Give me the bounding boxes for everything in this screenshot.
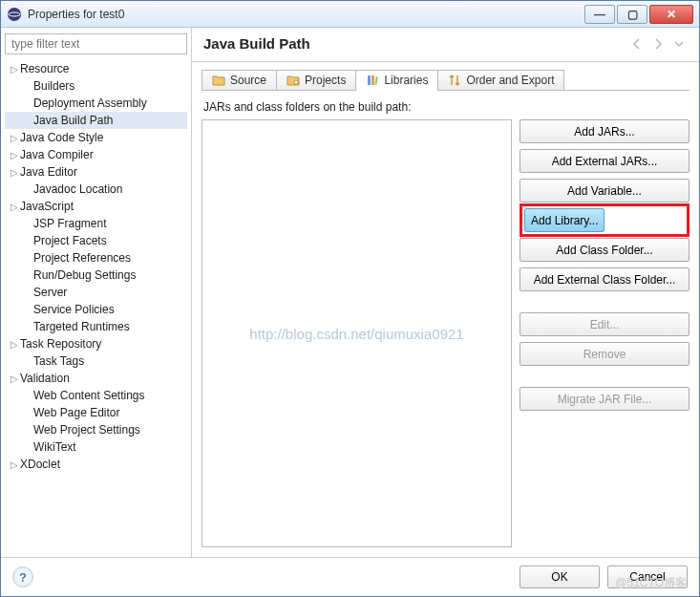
- minimize-button[interactable]: —: [584, 5, 615, 24]
- tree-item[interactable]: ▷Java Code Style: [5, 129, 187, 146]
- page-title: Java Build Path: [203, 35, 625, 52]
- window-buttons: — ▢ ✕: [583, 5, 693, 24]
- tree-item[interactable]: ▷Resource: [5, 60, 187, 77]
- tab-label: Projects: [305, 74, 346, 87]
- properties-dialog: Properties for test0 — ▢ ✕ ▷ResourceBuil…: [0, 0, 700, 597]
- expand-icon[interactable]: ▷: [9, 459, 20, 470]
- tab-label: Order and Export: [466, 74, 554, 87]
- tree-item-label: WikiText: [33, 440, 76, 454]
- tree-item-label: Run/Debug Settings: [33, 268, 136, 282]
- tree-item-label: JSP Fragment: [33, 217, 106, 230]
- tree-item[interactable]: Project Facets: [5, 232, 187, 249]
- tree-item-label: Web Page Editor: [33, 406, 120, 419]
- tree-item-label: Task Tags: [33, 354, 84, 368]
- ok-button[interactable]: OK: [520, 565, 600, 588]
- expand-icon[interactable]: ▷: [9, 202, 20, 212]
- forward-icon[interactable]: [649, 36, 667, 52]
- panel-label: JARs and class folders on the build path…: [203, 100, 689, 114]
- tree-item-label: Validation: [20, 372, 70, 385]
- add-variable-button[interactable]: Add Variable...: [520, 179, 689, 203]
- tab-libraries[interactable]: Libraries: [355, 70, 438, 90]
- tree-item-label: Java Code Style: [20, 131, 103, 144]
- edit-button[interactable]: Edit...: [520, 312, 689, 336]
- expand-icon[interactable]: ▷: [9, 167, 20, 178]
- tree-item[interactable]: ▷Validation: [5, 370, 187, 387]
- corner-watermark: @51CTO博客: [615, 575, 687, 591]
- expand-icon[interactable]: ▷: [9, 64, 20, 75]
- tree-item-label: Web Content Settings: [33, 389, 145, 402]
- side-button-bar: Add JARs... Add External JARs... Add Var…: [520, 119, 689, 547]
- tab-label: Libraries: [384, 74, 428, 87]
- tree-item[interactable]: ▷XDoclet: [5, 456, 187, 473]
- svg-rect-4: [371, 75, 374, 85]
- close-button[interactable]: ✕: [649, 5, 693, 24]
- migrate-jar-button[interactable]: Migrate JAR File...: [520, 387, 689, 411]
- expand-icon[interactable]: ▷: [9, 339, 20, 350]
- add-external-class-folder-button[interactable]: Add External Class Folder...: [520, 267, 689, 291]
- add-class-folder-button[interactable]: Add Class Folder...: [520, 238, 689, 262]
- tree-item[interactable]: Project References: [5, 249, 187, 267]
- svg-rect-3: [368, 75, 371, 85]
- tree-item[interactable]: Web Project Settings: [5, 421, 187, 438]
- libraries-icon: [366, 74, 379, 87]
- tree-item-label: Java Compiler: [20, 148, 94, 161]
- tree-item[interactable]: WikiText: [5, 438, 187, 456]
- tree-item[interactable]: Targeted Runtimes: [5, 318, 187, 335]
- jars-listbox[interactable]: http://blog.csdn.net/qiumuxia0921: [202, 119, 512, 547]
- expand-icon[interactable]: ▷: [9, 133, 20, 143]
- add-external-jars-button[interactable]: Add External JARs...: [520, 149, 689, 173]
- tree-item-label: Web Project Settings: [33, 423, 140, 437]
- tree-item[interactable]: ▷JavaScript: [5, 198, 187, 215]
- titlebar[interactable]: Properties for test0 — ▢ ✕: [1, 1, 699, 28]
- tree-item-label: Service Policies: [33, 303, 115, 316]
- tree-item[interactable]: Web Page Editor: [5, 404, 187, 421]
- tree-item[interactable]: Deployment Assembly: [5, 95, 187, 112]
- category-tree[interactable]: ▷ResourceBuildersDeployment AssemblyJava…: [5, 60, 187, 473]
- expand-icon[interactable]: ▷: [9, 373, 20, 384]
- tab-bar: Source Projects Libraries Order and Expo…: [202, 70, 689, 91]
- tree-item-label: Javadoc Location: [33, 182, 122, 196]
- tree-item[interactable]: Run/Debug Settings: [5, 267, 187, 284]
- main-panel: Java Build Path Source Projects Librarie…: [192, 28, 699, 557]
- content-area: ▷ResourceBuildersDeployment AssemblyJava…: [1, 28, 699, 557]
- tree-item[interactable]: JSP Fragment: [5, 215, 187, 232]
- tab-source[interactable]: Source: [202, 70, 277, 90]
- filter-input[interactable]: [5, 33, 187, 54]
- maximize-button[interactable]: ▢: [617, 5, 647, 24]
- tab-projects[interactable]: Projects: [276, 70, 356, 90]
- tree-item[interactable]: ▷Java Compiler: [5, 146, 187, 163]
- tree-item-label: XDoclet: [20, 458, 60, 471]
- back-icon[interactable]: [628, 36, 646, 52]
- tree-item[interactable]: Builders: [5, 77, 187, 95]
- tree-item-label: JavaScript: [20, 200, 74, 213]
- window-title: Properties for test0: [28, 8, 583, 21]
- tree-item[interactable]: Web Content Settings: [5, 387, 187, 404]
- svg-rect-5: [375, 76, 378, 85]
- svg-point-2: [294, 80, 298, 84]
- help-icon[interactable]: ?: [12, 566, 33, 587]
- tree-item[interactable]: Server: [5, 284, 187, 301]
- tree-item-label: Project References: [33, 251, 131, 265]
- page-header: Java Build Path: [192, 28, 699, 62]
- tree-item-label: Project Facets: [33, 234, 107, 247]
- libraries-panel: JARs and class folders on the build path…: [192, 91, 699, 557]
- folder-icon: [212, 74, 225, 87]
- tree-item[interactable]: Javadoc Location: [5, 181, 187, 198]
- tree-item[interactable]: Service Policies: [5, 301, 187, 318]
- add-jars-button[interactable]: Add JARs...: [520, 119, 689, 143]
- tree-item-label: Java Editor: [20, 165, 77, 179]
- tree-item-label: Targeted Runtimes: [33, 320, 130, 333]
- tree-item-label: Deployment Assembly: [33, 96, 147, 110]
- tree-item[interactable]: ▷Java Editor: [5, 163, 187, 181]
- tree-item[interactable]: Java Build Path: [5, 112, 187, 129]
- add-library-button[interactable]: Add Library...: [524, 208, 605, 232]
- panel-body: http://blog.csdn.net/qiumuxia0921 Add JA…: [202, 119, 689, 547]
- tree-item[interactable]: ▷Task Repository: [5, 335, 187, 352]
- tree-item[interactable]: Task Tags: [5, 352, 187, 370]
- tab-order[interactable]: Order and Export: [437, 70, 564, 90]
- expand-icon[interactable]: ▷: [9, 150, 20, 160]
- remove-button[interactable]: Remove: [520, 342, 689, 366]
- dropdown-icon[interactable]: [670, 36, 688, 52]
- svg-point-0: [8, 8, 21, 21]
- projects-icon: [286, 74, 300, 87]
